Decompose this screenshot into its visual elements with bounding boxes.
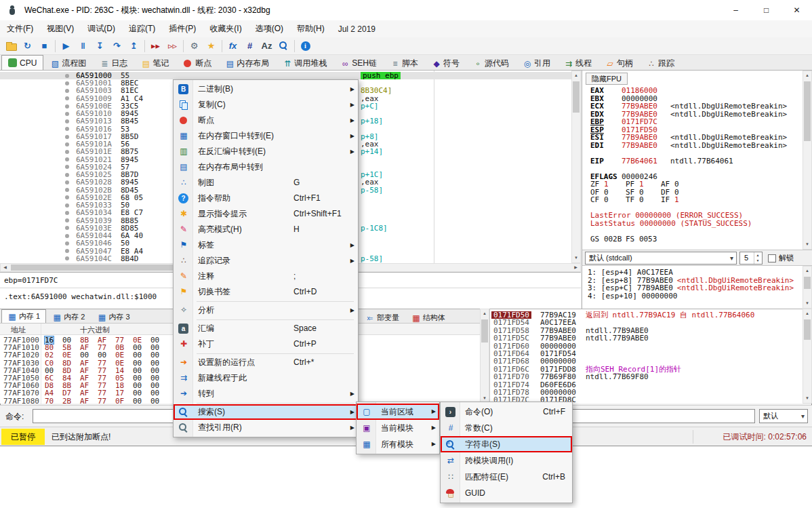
submenu-item-current-region[interactable]: ▢当前区域▶ xyxy=(357,404,439,420)
arguments-pane[interactable]: 1: [esp+4] A0C17EEA2: [esp+8] 77B9ABE0<n… xyxy=(582,266,812,309)
execute-till-return-button[interactable]: ↥ xyxy=(125,39,142,54)
dump-byte[interactable]: 00 xyxy=(80,351,89,359)
pause-button[interactable]: ‖ xyxy=(75,39,92,54)
scroll-up-button[interactable] xyxy=(572,71,580,80)
dump-byte[interactable]: AF xyxy=(80,397,89,405)
tab-handles[interactable]: ▱句柄 xyxy=(598,56,640,70)
tab-locals[interactable]: x=部变量 xyxy=(359,311,405,324)
dump-byte[interactable]: AF xyxy=(80,389,89,397)
step-over-button[interactable]: ↷ xyxy=(108,39,125,54)
registers-pane[interactable]: 隐藏FPU EAX01186000EBX00000000ECX77B9ABE0<… xyxy=(582,71,812,250)
menu-item-patch[interactable]: ✚补丁Ctrl+P xyxy=(174,336,358,352)
menu-item-follow-in-disassembler[interactable]: ▥在反汇编中转到(E)▶ xyxy=(174,144,358,159)
breakpoint-dot[interactable] xyxy=(65,195,69,199)
tab-graph[interactable]: ▧流程图 xyxy=(43,56,93,70)
breakpoint-dot[interactable] xyxy=(65,211,69,215)
menu-help[interactable]: 帮助(H) xyxy=(290,20,331,37)
tab-source[interactable]: ‹›源代码 xyxy=(466,56,516,70)
breakpoint-dot[interactable] xyxy=(65,135,69,139)
stack-row[interactable]: 0171FD6000000000 xyxy=(490,343,798,350)
scroll-thumb[interactable] xyxy=(573,81,580,113)
favourites-button[interactable]: ★ xyxy=(203,39,220,54)
register-ebp[interactable]: EBP0171FD7C xyxy=(590,118,661,126)
assemble-az-button[interactable]: Az xyxy=(258,39,275,54)
breakpoint-dot[interactable] xyxy=(65,249,69,253)
dump-byte[interactable]: 2B xyxy=(62,397,71,405)
constant-button[interactable]: # xyxy=(241,39,258,54)
stack-value[interactable]: 77B9ABE0 xyxy=(540,334,576,342)
menu-item-analysis[interactable]: ✧分析▶ xyxy=(174,302,358,318)
menu-item-graph[interactable]: ∴制图G xyxy=(174,175,358,191)
tab-seh[interactable]: ∞SEH链 xyxy=(333,56,384,70)
dump-byte[interactable]: 77 xyxy=(98,397,106,405)
menu-item-set-new-origin[interactable]: ➔设置新的运行点Ctrl+* xyxy=(174,355,358,370)
tab-breakpoints[interactable]: 断点 xyxy=(176,56,218,70)
menu-item-find-references[interactable]: 查找引用(R)▶ xyxy=(174,420,358,435)
breakpoint-dot[interactable] xyxy=(65,218,69,222)
dump-address[interactable]: 77AF1080 xyxy=(3,397,39,405)
stack-row[interactable]: 0171FD74D60FE6D6 xyxy=(490,381,798,389)
scroll-up-button[interactable] xyxy=(803,267,811,275)
breakpoint-dot[interactable] xyxy=(65,234,69,238)
menu-file[interactable]: 文件(F) xyxy=(0,20,40,37)
menu-item-search-for[interactable]: 搜索(S)▶ xyxy=(174,404,358,420)
breakpoint-dot[interactable] xyxy=(65,173,69,177)
scroll-left-button[interactable] xyxy=(1,264,9,271)
dump-byte[interactable]: 77 xyxy=(98,389,106,397)
menu-item-trace-record[interactable]: ∴追踪记录▶ xyxy=(174,253,358,269)
dump-address[interactable]: 77AF1070 xyxy=(3,389,39,397)
scroll-thumb[interactable] xyxy=(804,319,811,340)
breakpoint-dot[interactable] xyxy=(65,180,69,184)
breakpoint-dot[interactable] xyxy=(65,241,69,246)
menu-item-breakpoint[interactable]: 断点▶ xyxy=(174,113,358,128)
breakpoint-dot[interactable] xyxy=(65,127,69,131)
step-into-button[interactable]: ↧ xyxy=(92,39,108,54)
breakpoint-dot[interactable] xyxy=(65,104,69,109)
scroll-down-button[interactable] xyxy=(803,299,811,308)
dump-byte[interactable]: 00 xyxy=(133,397,142,405)
scroll-right-button[interactable] xyxy=(571,264,580,271)
open-file-button[interactable] xyxy=(2,39,19,54)
stack-row[interactable]: 0171FD7077B69F80ntdll.77B69F80 xyxy=(490,373,798,380)
about-button[interactable]: i xyxy=(297,39,314,54)
dump-address[interactable]: 77AF1020 xyxy=(3,351,39,359)
register-esi[interactable]: ESI77B9ABE0<ntdll.DbgUiRemoteBreakin> xyxy=(590,134,787,142)
dump-byte[interactable]: 0E xyxy=(115,351,124,359)
dump-byte[interactable]: D7 xyxy=(62,389,71,397)
dump-byte[interactable]: 00 xyxy=(133,389,142,397)
last-status[interactable]: LastStatus 00000000 (STATUS_SUCCESS) xyxy=(590,220,752,228)
menu-item-binary[interactable]: B二进制(B)▶ xyxy=(174,81,358,97)
dump-byte[interactable]: 00 xyxy=(150,389,159,397)
menu-item-goto[interactable]: ➔转到▶ xyxy=(174,386,358,402)
find-strings-button[interactable] xyxy=(275,39,292,54)
argument-row[interactable]: 4: [esp+10] 00000000 xyxy=(588,292,677,300)
register-ecx[interactable]: ECX77B9ABE0<ntdll.DbgUiRemoteBreakin> xyxy=(590,102,787,111)
submenu-item-guid[interactable]: GUID xyxy=(441,485,572,501)
menu-options[interactable]: 选项(O) xyxy=(249,20,290,37)
trace-over-button[interactable]: ▹▹ xyxy=(164,39,181,54)
stack-value[interactable]: 77B69F80 xyxy=(540,373,576,380)
breakpoint-dot[interactable] xyxy=(65,157,69,161)
stack-address[interactable]: 0171FD70 xyxy=(493,373,529,380)
menu-item-comment[interactable]: ✎注释; xyxy=(174,269,358,284)
register-eip[interactable]: EIP77B64061ntdll.77B64061 xyxy=(590,157,733,165)
menu-item-highlighting-mode[interactable]: ✎高亮模式(H)H xyxy=(174,222,358,237)
scroll-thumb[interactable] xyxy=(804,81,811,141)
menu-trace[interactable]: 追踪(T) xyxy=(122,20,162,37)
scroll-thumb[interactable] xyxy=(481,319,488,343)
breakpoint-dot[interactable] xyxy=(65,142,69,146)
breakpoint-dot[interactable] xyxy=(65,89,69,93)
breakpoint-dot[interactable] xyxy=(65,226,69,230)
dump-tab-3[interactable]: ▦内存 3 xyxy=(91,310,136,323)
submenu-item-current-module[interactable]: ▣当前模块▶ xyxy=(357,420,439,436)
menu-plugins[interactable]: 插件(P) xyxy=(162,20,203,37)
tab-memory-map[interactable]: ▤内存布局 xyxy=(218,56,276,70)
maximize-button[interactable]: □ xyxy=(751,0,781,20)
breakpoint-dot[interactable] xyxy=(65,96,69,100)
scroll-down-button[interactable] xyxy=(572,254,580,262)
command-profile-combo[interactable]: 默认 xyxy=(759,409,808,423)
tab-threads[interactable]: ⇉线程 xyxy=(557,56,598,70)
dump-byte[interactable]: 0E xyxy=(62,351,71,359)
calling-convention-combo[interactable]: 默认 (stdcall) xyxy=(585,252,737,265)
stack-row[interactable]: 0171FD7800000000 xyxy=(490,389,798,396)
